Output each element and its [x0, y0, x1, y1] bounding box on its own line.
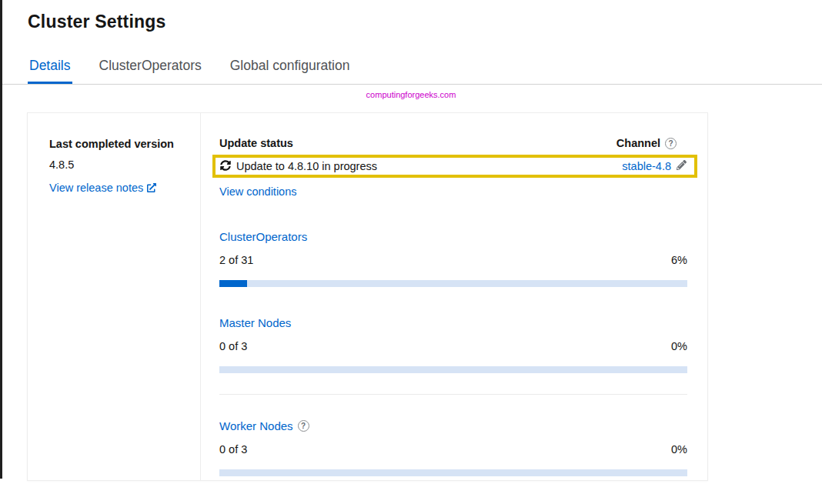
progress-count: 2 of 31: [219, 254, 253, 266]
progress-count-row: 0 of 3 0%: [219, 340, 687, 352]
last-completed-version-value: 4.8.5: [49, 159, 189, 171]
external-link-icon: [147, 182, 156, 195]
progress-bar-fill: [219, 280, 247, 287]
view-release-notes-label: View release notes: [49, 182, 143, 194]
window-edge-bar: [0, 0, 2, 479]
progress-bar: [219, 469, 687, 476]
channel-label: Channel: [616, 137, 660, 149]
update-status-label: Update status: [219, 137, 293, 149]
view-release-notes-link[interactable]: View release notes: [49, 182, 156, 194]
update-status-highlight-row: Update to 4.8.10 in progress stable-4.8: [212, 155, 697, 178]
progress-section-clusteroperators: ClusterOperators 2 of 31 6%: [219, 230, 687, 287]
progress-count: 0 of 3: [219, 443, 247, 456]
help-icon[interactable]: ?: [665, 138, 677, 149]
cluster-version-card: Last completed version 4.8.5 View releas…: [27, 112, 708, 481]
watermark: computingforgeeks.com: [0, 90, 822, 99]
progress-percent: 0%: [671, 340, 687, 352]
help-icon[interactable]: ?: [298, 420, 309, 432]
worker-nodes-label: Worker Nodes: [219, 419, 293, 432]
worker-nodes-link[interactable]: Worker Nodes?: [219, 419, 309, 432]
update-status-text-wrap: Update to 4.8.10 in progress: [220, 160, 377, 173]
progress-count-row: 0 of 3 0%: [219, 443, 687, 456]
tab-clusteroperators[interactable]: ClusterOperators: [98, 53, 203, 84]
channel-value-link[interactable]: stable-4.8: [622, 160, 671, 172]
tab-bar: Details ClusterOperators Global configur…: [0, 53, 822, 85]
progress-percent: 0%: [671, 443, 687, 456]
view-conditions-link[interactable]: View conditions: [219, 185, 297, 198]
clusteroperators-link[interactable]: ClusterOperators: [219, 230, 307, 243]
progress-bar: [219, 280, 687, 287]
version-panel: Last completed version 4.8.5 View releas…: [28, 113, 201, 480]
master-nodes-link[interactable]: Master Nodes: [219, 316, 291, 329]
last-completed-version-label: Last completed version: [49, 138, 189, 150]
progress-bar: [219, 366, 687, 373]
tab-global-configuration[interactable]: Global configuration: [229, 53, 352, 84]
edit-pencil-icon[interactable]: [677, 159, 687, 173]
progress-section-worker-nodes: Worker Nodes? 0 of 3 0%: [219, 419, 687, 476]
progress-count-row: 2 of 31 6%: [219, 254, 687, 266]
page-title: Cluster Settings: [0, 0, 822, 32]
sync-icon: [220, 160, 231, 173]
progress-section-master-nodes: Master Nodes 0 of 3 0%: [219, 316, 687, 373]
tab-details[interactable]: Details: [28, 53, 72, 84]
section-divider: [219, 394, 687, 395]
status-header-row: Update status Channel ?: [219, 137, 687, 149]
progress-sections: ClusterOperators 2 of 31 6% Master Nodes…: [219, 230, 687, 476]
progress-percent: 6%: [671, 254, 687, 266]
update-status-text: Update to 4.8.10 in progress: [236, 160, 377, 172]
channel-value-wrap: stable-4.8: [622, 159, 687, 173]
update-status-panel: Update status Channel ? Update to 4.8.10…: [201, 113, 707, 480]
channel-header: Channel ?: [616, 137, 677, 149]
progress-count: 0 of 3: [219, 340, 247, 352]
